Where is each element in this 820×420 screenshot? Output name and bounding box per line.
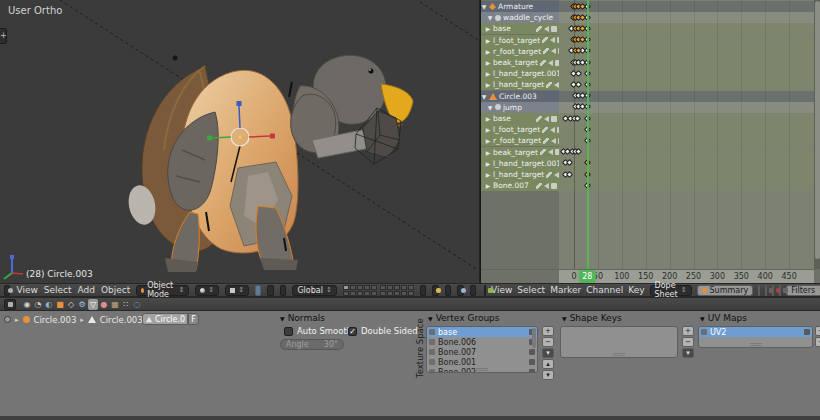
channel-expand-icon[interactable]: ▶ (485, 182, 491, 189)
dopesheet-key-region[interactable] (559, 0, 814, 269)
add-shape-key-button[interactable]: + (682, 326, 694, 336)
menu-select[interactable]: Select (44, 284, 72, 296)
editor-type-button[interactable] (484, 285, 486, 296)
vertex-groups-list[interactable]: baseBone.006Bone.007Bone.001Bone.002 (426, 326, 538, 373)
breadcrumb-expand-icon[interactable]: ▸ (15, 316, 19, 324)
channel-expand-icon[interactable]: ▼ (487, 14, 493, 21)
mode-dropdown[interactable]: Object Mode↕ (136, 285, 189, 296)
channel-expand-icon[interactable]: ▶ (485, 48, 491, 55)
menu-channel[interactable]: Channel (586, 284, 623, 296)
layer-toggle[interactable] (364, 291, 370, 296)
show-datablock-toggle[interactable] (779, 285, 781, 296)
channel-expand-icon[interactable]: ▶ (485, 70, 491, 77)
editor-mode-dropdown[interactable]: Dope Sheet↕ (650, 285, 692, 296)
modifier-icon[interactable] (542, 127, 548, 133)
layer-toggle[interactable] (364, 285, 370, 290)
manipulator-y-handle[interactable] (207, 136, 212, 141)
item-lock-icon[interactable] (529, 369, 535, 373)
layer-toggle[interactable] (401, 285, 407, 290)
channel-expand-icon[interactable]: ▶ (485, 37, 491, 44)
channel-expand-icon[interactable]: ▶ (485, 59, 491, 66)
modifier-icon[interactable] (540, 60, 546, 66)
channel-row-l_hand_target-001[interactable]: ▶l_hand_target.001 (481, 158, 559, 169)
move-group-up-button[interactable]: ▴ (542, 359, 554, 369)
mute-icon[interactable] (544, 116, 549, 122)
scrollbar-thumb[interactable] (815, 1, 820, 259)
tab-scene[interactable]: ◔ (33, 299, 43, 310)
channel-row-beak_target[interactable]: ▶beak_target (481, 57, 559, 68)
uv-map-item[interactable]: UV2 (699, 327, 812, 337)
vertex-group-item[interactable]: Bone.007 (427, 347, 537, 357)
lock-icon[interactable] (551, 183, 557, 189)
filters-button[interactable]: Filters↕ (786, 285, 820, 296)
layer-toggle[interactable] (408, 285, 414, 290)
channel-expand-icon[interactable]: ▼ (487, 104, 493, 111)
shading-dropdown[interactable]: ↕ (195, 285, 219, 296)
lock-icon[interactable] (551, 116, 557, 122)
panel-uv-maps-header[interactable]: ▼UV Maps (700, 313, 747, 323)
orientation-dropdown[interactable]: Global↕ (292, 285, 336, 296)
toolshelf-open-tab[interactable]: + (0, 28, 7, 44)
channel-expand-icon[interactable]: ▶ (485, 160, 491, 167)
list-resize-grip[interactable] (613, 353, 625, 356)
current-frame-line[interactable] (587, 0, 589, 269)
channel-row-bone-007[interactable]: ▶Bone.007 (481, 180, 559, 191)
show-hidden-toggle[interactable] (765, 285, 767, 296)
tab-constraints[interactable]: ◇ (66, 299, 76, 310)
mute-icon[interactable] (551, 48, 556, 54)
channel-row-l_hand_target-001[interactable]: ▶l_hand_target.001 (481, 68, 559, 79)
show-errors-toggle[interactable] (772, 285, 774, 296)
layer-toggle[interactable] (343, 291, 349, 296)
layer-toggle[interactable] (343, 285, 349, 290)
uv-maps-list[interactable]: UV2 (698, 326, 813, 348)
vertex-group-item[interactable]: Bone.001 (427, 357, 537, 367)
menu-add[interactable]: Add (78, 284, 95, 296)
render-opengl-button[interactable] (457, 285, 463, 296)
layer-toggle[interactable] (387, 291, 393, 296)
manipulator-rotate-toggle[interactable] (267, 285, 273, 296)
menu-view[interactable]: View (16, 284, 37, 296)
tab-physics[interactable]: ◌ (132, 299, 142, 310)
manipulator-scale-toggle[interactable] (280, 285, 286, 296)
viewport-scene[interactable] (0, 0, 480, 283)
summary-toggle[interactable]: Summary (697, 285, 754, 296)
add-uv-map-button[interactable]: + (815, 326, 820, 336)
menu-marker[interactable]: Marker (550, 284, 581, 296)
double-sided-checkbox[interactable]: ✓ (348, 327, 357, 336)
tab-particles[interactable]: ∷ (121, 299, 131, 310)
channel-expand-icon[interactable]: ▶ (485, 115, 491, 122)
channel-row-l_hand_target[interactable]: ▶l_hand_target (481, 169, 559, 180)
modifier-icon[interactable] (543, 138, 549, 144)
modifier-icon[interactable] (536, 116, 542, 122)
channel-expand-icon[interactable]: ▶ (485, 149, 491, 156)
item-lock-icon[interactable] (529, 349, 535, 355)
channel-row-l_hand_target[interactable]: ▶l_hand_target (481, 79, 559, 90)
layer-toggle[interactable] (350, 285, 356, 290)
mute-icon[interactable] (548, 149, 553, 155)
pivot-dropdown[interactable]: ↕ (225, 285, 249, 296)
layer-toggle[interactable] (401, 291, 407, 296)
datablock-name-field[interactable]: Circle.003 (142, 313, 188, 325)
editor-type-button[interactable] (4, 299, 16, 310)
channel-row-armature[interactable]: ▼Armature (481, 1, 559, 12)
render-anim-button[interactable] (470, 285, 476, 296)
current-frame-badge[interactable]: 28 (579, 270, 595, 283)
channel-expand-icon[interactable]: ▶ (485, 25, 491, 32)
channel-row-circle-003[interactable]: ▼Circle.003 (481, 91, 559, 102)
channel-expand-icon[interactable]: ▶ (485, 171, 491, 178)
menu-object[interactable]: Object (101, 284, 130, 296)
tab-modifiers[interactable]: ⚙ (77, 299, 87, 310)
layer-toggle[interactable] (394, 291, 400, 296)
channel-row-jump[interactable]: ▼jump (481, 102, 559, 113)
editor-type-button[interactable] (4, 285, 10, 296)
modifier-icon[interactable] (542, 37, 548, 43)
channel-expand-icon[interactable]: ▶ (485, 81, 491, 88)
modifier-icon[interactable] (546, 172, 552, 178)
panel-vertex-groups-header[interactable]: ▼Vertex Groups (428, 313, 500, 323)
menu-select[interactable]: Select (517, 284, 545, 296)
channel-row-r_foot_target[interactable]: ▶r_foot_target (481, 135, 559, 146)
mute-icon[interactable] (544, 26, 549, 32)
channel-row-l_foot_target[interactable]: ▶l_foot_target (481, 124, 559, 135)
menu-key[interactable]: Key (628, 284, 644, 296)
panel-shape-keys-header[interactable]: ▼Shape Keys (562, 313, 622, 323)
